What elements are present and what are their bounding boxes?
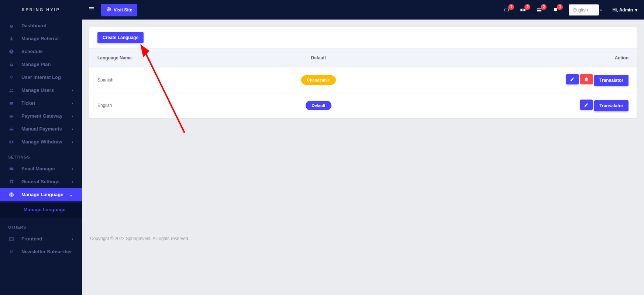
sidebar-item-frontend[interactable]: Frontend › <box>0 232 82 245</box>
sidebar-item-schedule[interactable]: Schedule <box>0 45 82 58</box>
sidebar-item-interest[interactable]: User Interest Log <box>0 71 82 84</box>
topbar-card-icon[interactable]: 2 <box>536 7 542 13</box>
table-row: SpanishChangeableTransalator <box>89 67 637 93</box>
sidebar-label: Schedule <box>21 49 73 54</box>
gear-icon <box>9 179 21 184</box>
col-name: Language Name <box>89 49 241 67</box>
chevron-right-icon: › <box>72 236 73 242</box>
user-menu[interactable]: Hi, Admin ▾ <box>612 7 637 13</box>
translator-button[interactable]: Transalator <box>594 100 628 111</box>
ticket-icon <box>9 101 21 106</box>
visit-site-label: Visit Site <box>114 7 132 13</box>
sidebar-item-newsletter[interactable]: Newsletter Subscriber <box>0 245 82 258</box>
cell-actions: Transalator <box>395 67 637 93</box>
columns-icon <box>9 236 21 242</box>
sidebar-label: User Interest Log <box>21 74 73 80</box>
chevron-down-icon: ⌄ <box>69 192 73 197</box>
language-card: Create Language Language Name Default Ac… <box>89 27 637 118</box>
menu-toggle-icon[interactable] <box>89 6 94 14</box>
topbar-deposit-icon[interactable]: 1 <box>504 7 510 13</box>
envelope-icon <box>9 166 21 171</box>
sidebar-subitem-manage-language[interactable]: Manage Language <box>0 205 82 215</box>
sidebar-item-general-settings[interactable]: General Settings › <box>0 175 82 188</box>
users-icon <box>9 249 21 254</box>
sidebar-label: Manual Payments <box>21 126 72 132</box>
badge: 2 <box>524 4 530 10</box>
card-icon <box>9 126 21 132</box>
money-icon <box>9 139 21 145</box>
fire-icon <box>9 23 21 28</box>
sidebar-item-payment-gateway[interactable]: Payment Gateway › <box>0 110 82 122</box>
chevron-right-icon: › <box>72 126 73 132</box>
language-select[interactable]: English <box>569 4 599 15</box>
sidebar: SPRING HYIP Dashboard Manage Referral Sc… <box>0 0 82 295</box>
card-header: Create Language <box>89 27 637 49</box>
language-select-wrap: English <box>569 4 606 15</box>
fire-icon <box>9 62 21 67</box>
col-default: Default <box>241 49 395 67</box>
topbar: Visit Site 1 2 2 1 English Hi, Admin ▾ <box>82 0 644 20</box>
sidebar-item-ticket[interactable]: Ticket › <box>0 97 82 110</box>
content-area: Create Language Language Name Default Ac… <box>82 20 644 295</box>
caret-down-icon: ▾ <box>635 7 637 13</box>
chevron-right-icon: › <box>72 114 73 119</box>
sidebar-item-withdraw[interactable]: Manage Withdraw › <box>0 135 82 148</box>
sidebar-label: Frontend <box>21 236 72 242</box>
sidebar-label: Manage Language <box>21 192 69 197</box>
sidebar-item-users[interactable]: Manage Users › <box>0 84 82 97</box>
chevron-right-icon: › <box>72 139 73 145</box>
chevron-right-icon: › <box>72 101 73 106</box>
sidebar-label: Dashboard <box>21 23 73 28</box>
globe-icon <box>9 192 21 197</box>
chevron-right-icon: › <box>72 88 73 93</box>
sidebar-label: Newsletter Subscriber <box>21 249 73 254</box>
sidebar-item-email-manager[interactable]: Email Manager › <box>0 162 82 175</box>
sidebar-label: Ticket <box>21 100 72 106</box>
sidebar-section-settings: SETTINGS <box>0 148 82 162</box>
sidebar-item-manual-payments[interactable]: Manual Payments › <box>0 122 82 135</box>
sidebar-label: Manage Withdraw <box>21 139 72 145</box>
badge: 1 <box>557 4 563 10</box>
users-icon <box>9 88 21 93</box>
sidebar-label: General Settings <box>21 179 72 184</box>
sidebar-submenu-language: Manage Language <box>0 201 82 218</box>
user-label: Hi, Admin <box>612 7 633 13</box>
clock-icon <box>9 49 21 54</box>
footer-text: Copyright © 2022 SpringInvest. All right… <box>90 236 636 241</box>
badge: 1 <box>508 4 514 10</box>
badge: 2 <box>541 4 547 10</box>
cell-name: English <box>89 93 241 118</box>
sidebar-label: Email Manager <box>21 166 72 171</box>
translator-button[interactable]: Transalator <box>594 75 628 86</box>
topbar-bell-icon[interactable]: 1 <box>552 7 558 13</box>
sidebar-label: Manage Referral <box>21 36 73 41</box>
visit-site-button[interactable]: Visit Site <box>101 4 137 16</box>
chevron-right-icon: › <box>72 179 73 184</box>
sidebar-item-referral[interactable]: Manage Referral <box>0 32 82 45</box>
cell-actions: Transalator <box>395 93 637 118</box>
edit-button[interactable] <box>566 74 579 84</box>
sidebar-item-manage-language[interactable]: Manage Language ⌄ <box>0 188 82 201</box>
dollar-icon <box>9 75 21 80</box>
cell-default: Default <box>241 93 395 118</box>
sidebar-item-dashboard[interactable]: Dashboard <box>0 19 82 32</box>
topbar-money-icon[interactable]: 2 <box>520 7 526 13</box>
sidebar-section-others: OTHERS <box>0 218 82 232</box>
tree-icon <box>9 36 21 41</box>
sidebar-item-plan[interactable]: Manage Plan <box>0 58 82 71</box>
sidebar-label: Manage Users <box>21 87 72 93</box>
language-table: Language Name Default Action SpanishChan… <box>89 49 637 118</box>
cell-name: Spanish <box>89 67 241 93</box>
edit-button[interactable] <box>580 100 593 110</box>
default-badge[interactable]: Changeable <box>301 75 336 85</box>
default-badge: Default <box>306 101 331 110</box>
card-icon <box>9 114 21 119</box>
sidebar-label: Manage Plan <box>21 62 73 67</box>
globe-icon <box>106 7 111 13</box>
table-row: EnglishDefaultTransalator <box>89 93 637 118</box>
col-action: Action <box>395 49 637 67</box>
create-language-button[interactable]: Create Language <box>97 32 144 43</box>
delete-button[interactable] <box>580 74 593 84</box>
brand-title: SPRING HYIP <box>0 0 82 19</box>
chevron-right-icon: › <box>72 166 73 171</box>
